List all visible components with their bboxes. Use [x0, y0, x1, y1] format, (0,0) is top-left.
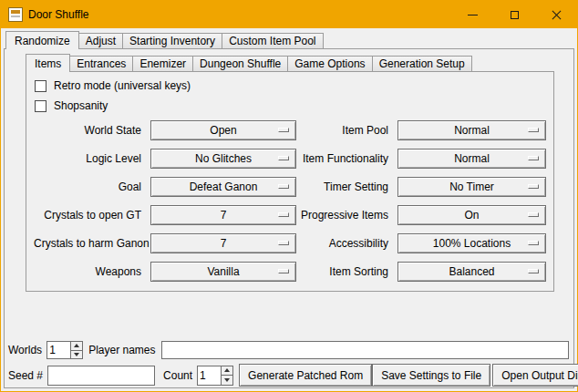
worlds-spinner-buttons — [70, 341, 83, 359]
titlebar[interactable]: Door Shuffle — [1, 1, 577, 28]
retro-mode-row: Retro mode (universal keys) — [26, 76, 553, 96]
dropdown-indicator-icon — [528, 128, 539, 132]
dropdown-indicator-icon — [528, 212, 539, 217]
shopsanity-row: Shopsanity — [26, 96, 553, 116]
down-arrow-icon — [224, 378, 230, 382]
logic-level-value: No Glitches — [195, 152, 252, 165]
goal-select[interactable]: Defeat Ganon — [150, 177, 296, 197]
option-row-4: Crystals to open GT 7 Progressive Items … — [26, 201, 553, 229]
tab-adjust[interactable]: Adjust — [78, 33, 123, 48]
worlds-input[interactable] — [46, 341, 70, 359]
client-area: Randomize Adjust Starting Inventory Cust… — [1, 28, 577, 391]
item-pool-select[interactable]: Normal — [397, 120, 546, 140]
worlds-spin-down-button[interactable] — [70, 351, 83, 360]
tab-entrances[interactable]: Entrances — [69, 56, 133, 71]
worlds-spin-up-button[interactable] — [70, 341, 83, 351]
progressive-items-value: On — [464, 209, 479, 222]
world-state-label: World State — [34, 124, 141, 137]
player-names-input[interactable] — [161, 341, 570, 359]
outer-tab-bar: Randomize Adjust Starting Inventory Cust… — [5, 30, 323, 48]
up-arrow-icon — [224, 368, 230, 372]
dropdown-indicator-icon — [278, 184, 289, 189]
weapons-value: Vanilla — [207, 265, 239, 278]
close-icon — [551, 9, 563, 21]
count-label: Count — [163, 369, 192, 382]
seed-row: Seed # Count Generate Patched Rom Save S… — [8, 364, 570, 387]
tab-game-options[interactable]: Game Options — [287, 56, 372, 71]
dropdown-indicator-icon — [278, 241, 289, 245]
minimize-button[interactable] — [451, 1, 493, 28]
crystals-gt-label: Crystals to open GT — [34, 209, 141, 222]
dropdown-indicator-icon — [528, 184, 539, 189]
crystals-ganon-label: Crystals to harm Ganon — [34, 237, 141, 250]
tab-custom-item-pool[interactable]: Custom Item Pool — [222, 33, 323, 48]
inner-tab-bar: Items Entrances Enemizer Dungeon Shuffle… — [26, 53, 471, 71]
dropdown-indicator-icon — [528, 241, 539, 245]
seed-input[interactable] — [47, 366, 155, 386]
checkbox-area: Retro mode (universal keys) Shopsanity — [26, 72, 553, 116]
weapons-select[interactable]: Vanilla — [150, 262, 296, 282]
item-sorting-select[interactable]: Balanced — [397, 262, 546, 282]
option-row-5: Crystals to harm Ganon 7 Accessibility 1… — [26, 229, 553, 257]
tab-items[interactable]: Items — [26, 54, 70, 72]
save-settings-button[interactable]: Save Settings to File — [372, 364, 490, 387]
retro-mode-label: Retro mode (universal keys) — [54, 79, 191, 92]
close-button[interactable] — [535, 1, 577, 28]
accessibility-label: Accessibility — [296, 237, 388, 250]
dropdown-indicator-icon — [278, 212, 289, 217]
crystals-gt-value: 7 — [221, 209, 227, 222]
window-controls — [451, 1, 577, 28]
app-icon — [8, 7, 23, 22]
item-functionality-label: Item Functionality — [296, 152, 388, 165]
option-row-6: Weapons Vanilla Item Sorting Balanced — [26, 257, 553, 285]
crystals-ganon-value: 7 — [221, 237, 227, 250]
crystals-ganon-select[interactable]: 7 — [150, 233, 296, 253]
shopsanity-checkbox[interactable] — [35, 100, 46, 112]
dropdown-indicator-icon — [528, 269, 539, 273]
item-functionality-select[interactable]: Normal — [397, 149, 546, 169]
goal-label: Goal — [34, 181, 141, 193]
item-pool-value: Normal — [454, 124, 490, 137]
crystals-gt-select[interactable]: 7 — [150, 205, 296, 225]
dropdown-indicator-icon — [278, 269, 289, 273]
items-pane: Retro mode (universal keys) Shopsanity W… — [26, 71, 554, 292]
timer-setting-label: Timer Setting — [296, 181, 388, 193]
world-state-select[interactable]: Open — [150, 120, 296, 140]
count-spinner-buttons — [221, 366, 233, 386]
count-spin-up-button[interactable] — [221, 366, 233, 377]
generate-patched-rom-button[interactable]: Generate Patched Rom — [239, 364, 372, 387]
accessibility-select[interactable]: 100% Locations — [397, 233, 546, 253]
minimize-icon — [468, 15, 478, 15]
count-spinner — [197, 366, 233, 386]
progressive-items-label: Progressive Items — [296, 209, 388, 222]
count-input[interactable] — [197, 366, 221, 386]
accessibility-value: 100% Locations — [433, 237, 511, 250]
open-output-directory-button[interactable]: Open Output Directory — [492, 364, 578, 387]
tab-enemizer[interactable]: Enemizer — [132, 56, 193, 71]
shopsanity-label: Shopsanity — [54, 99, 108, 112]
worlds-label: Worlds — [8, 344, 42, 356]
worlds-row: Worlds Player names — [8, 340, 570, 360]
tab-generation-setup[interactable]: Generation Setup — [372, 56, 472, 71]
progressive-items-select[interactable]: On — [397, 205, 546, 225]
count-spin-down-button[interactable] — [221, 376, 233, 386]
window-title: Door Shuffle — [28, 8, 89, 21]
seed-label: Seed # — [8, 369, 43, 382]
dropdown-indicator-icon — [528, 156, 539, 160]
timer-setting-select[interactable]: No Timer — [397, 177, 546, 197]
logic-level-select[interactable]: No Glitches — [150, 149, 296, 169]
timer-setting-value: No Timer — [449, 181, 494, 193]
player-names-label: Player names — [88, 344, 155, 356]
item-sorting-label: Item Sorting — [296, 265, 388, 278]
dropdown-indicator-icon — [278, 156, 289, 160]
randomize-pane: Items Entrances Enemizer Dungeon Shuffle… — [4, 48, 574, 388]
tab-dungeon-shuffle[interactable]: Dungeon Shuffle — [192, 56, 288, 71]
retro-mode-checkbox[interactable] — [35, 80, 46, 92]
maximize-button[interactable] — [493, 1, 535, 28]
option-row-3: Goal Defeat Ganon Timer Setting No Timer — [26, 172, 553, 201]
worlds-spinner — [46, 341, 83, 359]
item-pool-label: Item Pool — [296, 124, 388, 137]
tab-starting-inventory[interactable]: Starting Inventory — [122, 33, 222, 48]
tab-randomize[interactable]: Randomize — [5, 31, 79, 49]
app-window: Door Shuffle Randomize Adjust Starting I… — [0, 0, 578, 392]
